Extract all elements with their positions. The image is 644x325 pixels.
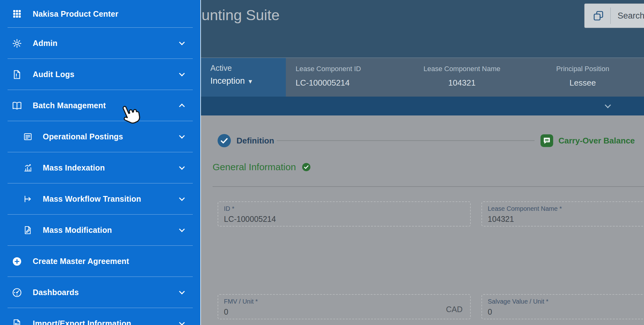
stage-label: Inception	[210, 76, 245, 86]
record-field-principal-position: Principal Position Lessee	[552, 58, 613, 97]
field-label: Lease Component Name	[417, 65, 507, 73]
chevron-down-icon	[179, 289, 185, 294]
gauge-icon	[12, 288, 22, 298]
chevron-down-icon[interactable]	[605, 102, 611, 108]
caret-down-icon: ▾	[249, 77, 252, 85]
stage-selector[interactable]: Inception▾	[210, 76, 252, 86]
input-field-lease-component-name[interactable]: Lease Component Name * 104321	[481, 201, 644, 227]
section-heading: General Information	[213, 162, 311, 172]
step-definition[interactable]: Definition	[236, 136, 274, 146]
status-stage-tab[interactable]: Active Inception▾	[201, 58, 286, 97]
sidebar-item-operational-postings[interactable]: Operational Postings	[0, 121, 200, 152]
step-carry-over-balance[interactable]: Carry-Over Balance	[558, 136, 635, 146]
field-value[interactable]: 104321	[488, 215, 644, 224]
edit-document-icon	[23, 226, 32, 235]
sidebar-item-label: Create Master Agreement	[33, 257, 184, 266]
chevron-down-icon	[179, 320, 185, 325]
search-input[interactable]: Search	[618, 11, 644, 21]
chevron-down-icon	[179, 133, 185, 138]
grid-icon	[12, 9, 22, 19]
chevron-down-icon	[179, 70, 185, 76]
chevron-down-icon	[179, 164, 185, 170]
section-divider	[213, 186, 644, 187]
sidebar-item-label: Mass Indexation	[43, 163, 180, 172]
sidebar-item-admin[interactable]: Admin	[0, 28, 200, 59]
sidebar-item-label: Audit Logs	[33, 70, 180, 79]
sidebar-item-label: Batch Management	[33, 101, 180, 110]
divider	[610, 8, 611, 24]
plus-circle-icon	[12, 256, 22, 266]
sidebar-item-dashboards[interactable]: Dashboards	[0, 277, 200, 308]
status-label: Active	[210, 64, 232, 73]
chat-note-icon	[540, 133, 554, 148]
gear-icon	[12, 38, 22, 48]
check-circle-icon	[302, 162, 311, 172]
sidebar-item-label: Admin	[33, 39, 180, 48]
field-label: ID *	[224, 205, 464, 212]
navigation-sidebar: Nakisa Product Center Admin Audit Logs B…	[0, 0, 201, 325]
book-icon	[12, 101, 22, 111]
sidebar-item-create-master-agreement[interactable]: Create Master Agreement	[0, 246, 200, 277]
field-label: Lease Component Name *	[488, 205, 644, 212]
search-box[interactable]: Search	[584, 3, 644, 28]
sidebar-item-audit-logs[interactable]: Audit Logs	[0, 59, 200, 90]
stepper-connector-line	[277, 140, 535, 141]
audit-document-icon	[12, 70, 22, 80]
field-label: Salvage Value / Unit *	[488, 298, 644, 305]
sidebar-item-label: Operational Postings	[43, 132, 180, 141]
sidebar-item-label: Nakisa Product Center	[33, 9, 184, 19]
field-value: 104321	[417, 78, 507, 88]
chevron-up-icon	[179, 104, 185, 109]
field-label: Principal Position	[552, 65, 613, 73]
sidebar-item-mass-indexation[interactable]: Mass Indexation	[0, 152, 200, 183]
sidebar-item-label: Import/Export Information	[33, 319, 180, 325]
record-field-lease-component-name: Lease Component Name 104321	[417, 58, 507, 97]
sidebar-item-nakisa-product-center[interactable]: Nakisa Product Center	[0, 0, 200, 28]
chart-bars-icon	[23, 163, 32, 172]
import-export-icon	[12, 319, 22, 325]
sidebar-item-label: Mass Workflow Transition	[43, 194, 180, 204]
currency-label: CAD	[446, 305, 463, 314]
field-value[interactable]: 0	[488, 307, 644, 317]
sidebar-item-label: Dashboards	[33, 288, 180, 297]
chevron-down-icon	[179, 226, 185, 232]
field-label: FMV / Unit *	[224, 298, 464, 305]
field-value[interactable]: 0	[224, 307, 464, 317]
chevron-down-icon	[179, 39, 185, 45]
chevron-down-icon	[179, 195, 185, 201]
input-field-id[interactable]: ID * LC-100005214	[218, 201, 471, 227]
transition-arrow-icon	[23, 194, 32, 204]
section-title: General Information	[213, 162, 296, 172]
sidebar-item-import-export-information[interactable]: Import/Export Information	[0, 308, 200, 325]
input-field-fmv-unit[interactable]: FMV / Unit * 0 CAD	[218, 294, 471, 319]
sidebar-item-mass-modification[interactable]: Mass Modification	[0, 215, 200, 246]
record-field-lease-component-id: Lease Component ID LC-100005214	[296, 58, 390, 97]
field-value: LC-100005214	[296, 78, 390, 88]
input-field-salvage-value-unit[interactable]: Salvage Value / Unit * 0	[481, 294, 644, 319]
progress-circle-icon	[217, 133, 231, 148]
sidebar-item-label: Mass Modification	[43, 226, 180, 235]
sidebar-item-batch-management[interactable]: Batch Management	[0, 90, 200, 121]
sidebar-item-mass-workflow-transition[interactable]: Mass Workflow Transition	[0, 183, 200, 215]
postings-board-icon	[23, 132, 32, 141]
modules-icon[interactable]	[593, 10, 604, 21]
field-value[interactable]: LC-100005214	[224, 215, 464, 224]
field-value: Lessee	[552, 78, 613, 88]
field-label: Lease Component ID	[296, 65, 390, 73]
